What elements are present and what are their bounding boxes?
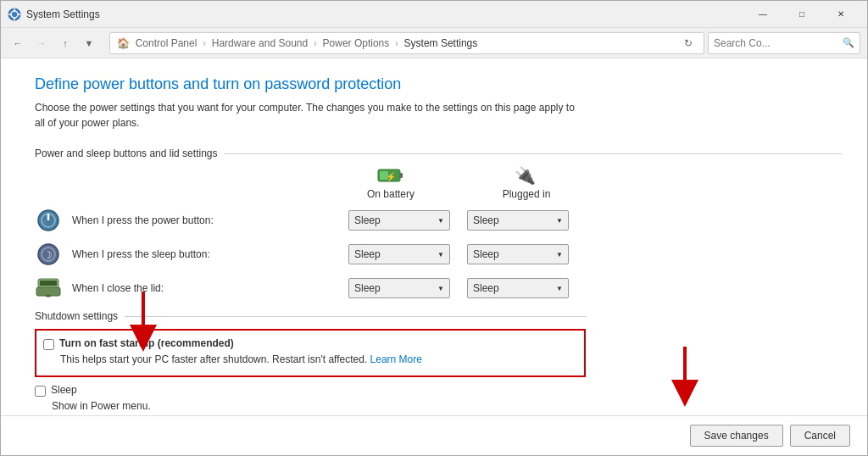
fast-startup-label[interactable]: Turn on fast startup (recommended) [59,337,234,349]
svg-text:🔌: 🔌 [515,166,536,185]
fast-startup-sublabel: This helps start your PC faster after sh… [60,353,577,365]
sleep-shutdown-label[interactable]: Sleep [51,384,77,396]
address-text: 🏠 Control Panel › Hardware and Sound › P… [117,37,680,49]
lid-plugged-dropdown[interactable]: Sleep ▼ [467,278,569,298]
dropdown-arrow-icon: ▼ [437,285,444,292]
minimize-button[interactable]: — [743,1,782,28]
sleep-button-label: When I press the sleep button: [72,248,348,260]
forward-button[interactable]: → [31,33,52,53]
dropdown-arrow-icon: ▼ [556,285,563,292]
lid-label: When I close the lid: [72,282,348,294]
power-button-icon: ○ [35,207,62,234]
back-button[interactable]: ← [8,33,28,53]
addressbar: ← → ↑ ▼ 🏠 Control Panel › Hardware and S… [1,28,867,58]
page-title: Define power buttons and turn on passwor… [35,75,842,93]
learn-more-link[interactable]: Learn More [370,353,422,365]
lid-icon [35,275,62,302]
battery-icon: ⚡ [377,166,404,185]
sleep-battery-dropdown[interactable]: Sleep ▼ [348,244,450,264]
cancel-button[interactable]: Cancel [790,425,850,447]
svg-point-25 [46,295,51,298]
titlebar-title: System Settings [26,8,743,20]
window-icon [8,8,21,21]
svg-text:☽: ☽ [43,249,53,261]
column-battery-header: ⚡ On battery [331,166,450,200]
sleep-shutdown-sublabel: Show in Power menu. [52,400,586,412]
fast-startup-row: Turn on fast startup (recommended) [43,337,577,350]
refresh-icon[interactable]: ↻ [680,35,697,52]
titlebar: System Settings — □ ✕ [1,1,867,28]
dropdown-arrow-icon: ▼ [556,217,563,225]
section2-header: Shutdown settings [35,310,586,322]
main-window: System Settings — □ ✕ ← → ↑ ▼ 🏠 Control … [0,0,868,456]
red-arrow-down-2 [659,347,727,414]
power-battery-dropdown-0[interactable]: Sleep ▼ [348,210,450,231]
power-button-row: ○ When I press the power button: Sleep ▼… [35,207,586,234]
sleep-shutdown-row: Sleep [35,384,586,397]
fast-startup-highlighted-box: Turn on fast startup (recommended) This … [35,329,586,377]
address-field[interactable]: 🏠 Control Panel › Hardware and Sound › P… [109,32,704,54]
save-changes-button[interactable]: Save changes [690,425,783,447]
power-button-label: When I press the power button: [72,214,348,226]
search-input[interactable] [714,37,843,49]
svg-rect-11 [400,173,403,178]
sleep-button-row: ☽ When I press the sleep button: Sleep ▼… [35,241,586,268]
footer: Save changes Cancel [1,415,867,455]
dropdown-arrow-icon: ▼ [437,217,444,225]
content-area: Define power buttons and turn on passwor… [1,58,867,455]
plugged-icon: 🔌 [515,166,538,185]
sleep-plugged-dropdown[interactable]: Sleep ▼ [467,244,569,264]
sleep-checkbox[interactable] [35,386,46,397]
sleep-button-icon: ☽ [35,241,62,268]
dropdown-arrow-icon: ▼ [556,251,563,259]
close-button[interactable]: ✕ [821,1,860,28]
svg-text:⚡: ⚡ [386,171,397,182]
sleep-row-container: Sleep Show in Power menu. [35,384,586,412]
lid-battery-dropdown[interactable]: Sleep ▼ [348,278,450,298]
power-plugged-dropdown-0[interactable]: Sleep ▼ [467,210,569,231]
section1-header: Power and sleep buttons and lid settings [35,147,842,159]
svg-rect-24 [40,281,57,286]
titlebar-controls: — □ ✕ [743,1,860,28]
lid-row: When I close the lid: Sleep ▼ Sleep ▼ [35,275,586,302]
fast-startup-checkbox[interactable] [43,339,54,350]
dropdown-arrow-icon: ▼ [437,251,444,259]
up-button[interactable]: ↑ [55,33,75,53]
search-box[interactable]: 🔍 [708,32,860,54]
column-plugged-header: 🔌 Plugged in [467,166,586,200]
page-description: Choose the power settings that you want … [35,100,586,131]
search-icon: 🔍 [843,37,854,48]
maximize-button[interactable]: □ [782,1,821,28]
svg-text:○: ○ [42,219,47,226]
recent-button[interactable]: ▼ [79,33,99,53]
